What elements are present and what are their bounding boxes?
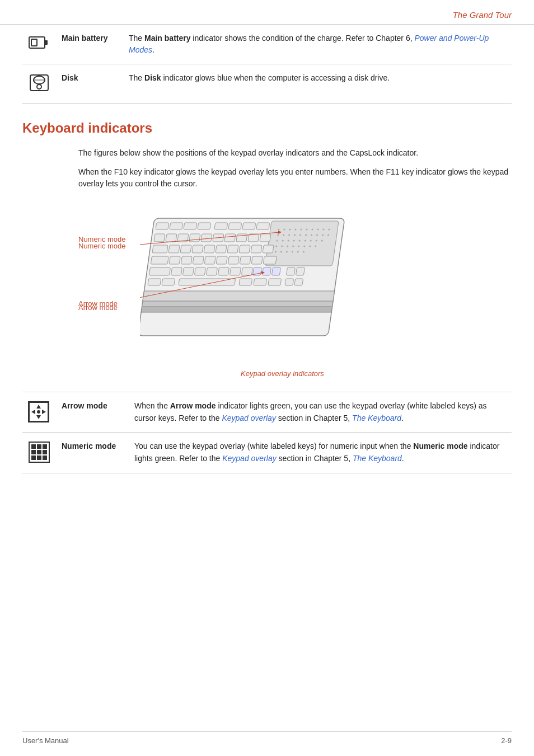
arrow-mode-label-text: Arrow mode [62, 401, 107, 410]
numeric-mode-label-cell: Numeric mode [56, 433, 129, 473]
svg-rect-129 [31, 456, 36, 460]
svg-rect-104 [239, 279, 252, 285]
svg-rect-75 [216, 245, 227, 253]
svg-rect-64 [201, 234, 212, 242]
svg-rect-54 [184, 223, 197, 229]
section-heading: Keyboard indicators [22, 120, 512, 136]
svg-rect-81 [169, 256, 180, 264]
arrow-bold: Arrow mode [170, 401, 216, 410]
disk-icon-cell [22, 64, 56, 104]
battery-bold: Main battery [144, 34, 190, 43]
keypad-overlay-link-1[interactable]: Keypad overlay [222, 414, 276, 422]
svg-rect-111 [143, 291, 335, 302]
svg-rect-94 [206, 267, 217, 275]
svg-rect-91 [171, 267, 182, 275]
svg-rect-63 [189, 234, 200, 242]
table-row: Main battery The Main battery indicator … [22, 25, 512, 64]
numeric-icon-cell [22, 433, 56, 473]
svg-rect-3 [30, 75, 48, 91]
svg-rect-70 [152, 245, 168, 253]
intro-paragraph-2: When the F10 key indicator glows the key… [78, 166, 512, 190]
arrow-mode-diagram-label: Arrow mode [78, 303, 118, 312]
bottom-indicator-table: Arrow mode When the Arrow mode indicator… [22, 392, 512, 473]
keyboard-link-2[interactable]: The Keyboard [353, 454, 402, 463]
svg-point-121 [37, 410, 40, 414]
svg-rect-52 [156, 223, 169, 229]
svg-rect-57 [228, 223, 242, 229]
footer-right: 2-9 [501, 736, 512, 745]
content-area: Main battery The Main battery indicator … [0, 25, 534, 473]
svg-rect-113 [141, 307, 332, 312]
diagram-caption: Keypad overlay indicators [241, 369, 324, 378]
svg-rect-84 [204, 256, 216, 264]
svg-rect-89 [263, 256, 277, 264]
svg-marker-120 [42, 410, 46, 414]
svg-rect-105 [254, 279, 267, 285]
disk-label-text: Disk [62, 73, 78, 82]
numeric-mode-diagram-label: Numeric mode [78, 242, 126, 250]
svg-rect-109 [285, 279, 294, 285]
svg-rect-130 [37, 456, 41, 460]
svg-rect-88 [251, 256, 263, 264]
svg-rect-110 [294, 279, 303, 285]
page-footer: User's Manual 2-9 [22, 731, 512, 745]
svg-rect-60 [154, 234, 165, 242]
svg-rect-93 [194, 267, 205, 275]
svg-marker-119 [31, 410, 35, 414]
svg-marker-117 [36, 405, 41, 408]
battery-icon [28, 34, 50, 53]
svg-rect-124 [37, 444, 41, 449]
svg-rect-73 [192, 245, 203, 253]
svg-rect-83 [193, 256, 204, 264]
numeric-mode-icon [29, 442, 50, 464]
svg-point-5 [37, 84, 41, 89]
svg-rect-106 [268, 279, 282, 285]
arrow-cross-icon [29, 402, 48, 421]
arrow-mode-label-cell: Arrow mode [56, 392, 129, 433]
footer-left: User's Manual [22, 736, 69, 745]
svg-rect-79 [263, 245, 274, 253]
svg-rect-61 [166, 234, 177, 242]
keyboard-link-1[interactable]: The Keyboard [352, 414, 401, 422]
disk-label: Disk [56, 64, 123, 104]
disk-icon [28, 73, 50, 93]
svg-rect-123 [31, 444, 36, 449]
svg-rect-74 [204, 245, 215, 253]
svg-marker-118 [36, 415, 41, 419]
top-indicator-table: Main battery The Main battery indicator … [22, 25, 512, 104]
svg-rect-53 [170, 223, 183, 229]
page-header: The Grand Tour [0, 0, 534, 25]
svg-rect-56 [214, 223, 228, 229]
keyboard-diagram-container: Numeric mode Arrow mode [78, 201, 512, 381]
numeric-bold: Numeric mode [413, 442, 467, 450]
svg-rect-90 [149, 267, 170, 275]
svg-rect-80 [151, 256, 168, 264]
numeric-mode-description: You can use the keypad overlay (white la… [129, 433, 512, 473]
svg-rect-131 [43, 456, 47, 460]
svg-rect-66 [224, 234, 236, 242]
svg-rect-58 [242, 223, 256, 229]
svg-rect-76 [227, 245, 238, 253]
svg-rect-99 [262, 267, 271, 275]
svg-rect-1 [45, 40, 48, 45]
svg-rect-87 [240, 256, 251, 264]
svg-rect-69 [260, 234, 271, 242]
svg-rect-97 [241, 267, 252, 275]
chapter-title: The Grand Tour [453, 10, 512, 20]
arrow-mode-icon [28, 401, 49, 422]
svg-rect-95 [218, 267, 229, 275]
battery-icon-cell [22, 25, 56, 64]
svg-rect-126 [31, 450, 36, 454]
arrow-mode-description: When the Arrow mode indicator lights gre… [129, 392, 512, 433]
table-row: Numeric mode You can use the keypad over… [22, 433, 512, 473]
svg-rect-127 [37, 450, 41, 454]
numeric-grid-icon [29, 442, 50, 463]
keypad-overlay-link-2[interactable]: Keypad overlay [222, 454, 277, 463]
svg-rect-92 [182, 267, 194, 275]
svg-rect-125 [43, 444, 47, 449]
svg-rect-108 [296, 267, 305, 275]
battery-description: The Main battery indicator shows the con… [123, 25, 512, 64]
svg-rect-128 [43, 450, 47, 454]
svg-rect-85 [216, 256, 227, 264]
keyboard-illustration [140, 201, 381, 364]
